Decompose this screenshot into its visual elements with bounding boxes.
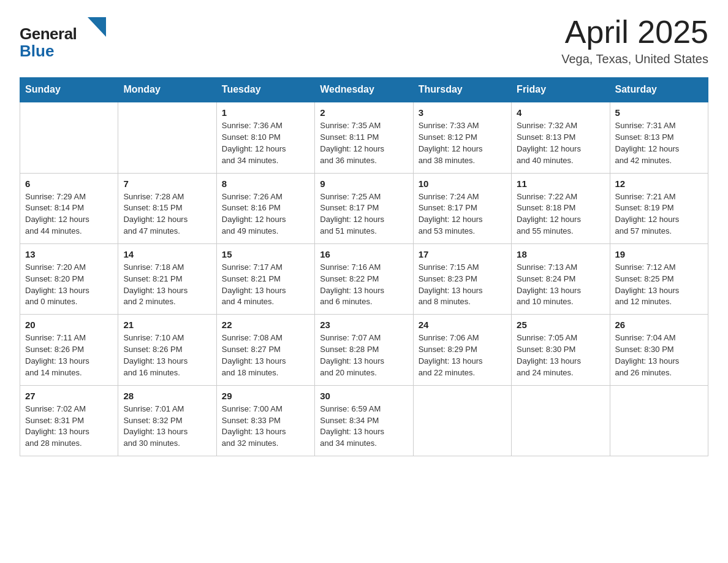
day-number: 21 (123, 320, 211, 330)
day-info: Sunrise: 7:02 AM Sunset: 8:31 PM Dayligh… (25, 404, 113, 450)
calendar-week-row: 1Sunrise: 7:36 AM Sunset: 8:10 PM Daylig… (20, 102, 708, 173)
day-number: 18 (517, 249, 604, 259)
calendar-cell: 9Sunrise: 7:25 AM Sunset: 8:17 PM Daylig… (315, 173, 413, 243)
calendar-cell: 10Sunrise: 7:24 AM Sunset: 8:17 PM Dayli… (413, 173, 511, 243)
day-info: Sunrise: 7:01 AM Sunset: 8:32 PM Dayligh… (123, 404, 211, 450)
calendar-cell: 28Sunrise: 7:01 AM Sunset: 8:32 PM Dayli… (118, 385, 216, 456)
day-number: 27 (25, 391, 113, 401)
weekday-header-thursday: Thursday (413, 78, 511, 102)
calendar-cell: 25Sunrise: 7:05 AM Sunset: 8:30 PM Dayli… (512, 315, 610, 385)
calendar-cell (512, 385, 610, 456)
day-number: 20 (25, 320, 113, 330)
day-info: Sunrise: 7:20 AM Sunset: 8:20 PM Dayligh… (25, 262, 113, 308)
logo-triangle-icon (77, 15, 108, 42)
day-number: 12 (615, 178, 703, 189)
day-info: Sunrise: 7:31 AM Sunset: 8:13 PM Dayligh… (615, 120, 703, 166)
day-number: 15 (222, 249, 309, 259)
day-number: 1 (222, 107, 309, 118)
day-info: Sunrise: 7:17 AM Sunset: 8:21 PM Dayligh… (222, 262, 309, 308)
day-info: Sunrise: 7:25 AM Sunset: 8:17 PM Dayligh… (320, 191, 408, 237)
calendar-cell: 14Sunrise: 7:18 AM Sunset: 8:21 PM Dayli… (118, 243, 216, 314)
calendar-table: SundayMondayTuesdayWednesdayThursdayFrid… (20, 77, 708, 456)
calendar-cell: 7Sunrise: 7:28 AM Sunset: 8:15 PM Daylig… (118, 173, 216, 243)
day-info: Sunrise: 7:06 AM Sunset: 8:29 PM Dayligh… (419, 332, 506, 378)
weekday-header-wednesday: Wednesday (315, 78, 413, 102)
logo-general-text: General (20, 26, 77, 42)
calendar-subtitle: Vega, Texas, United States (561, 52, 708, 66)
day-info: Sunrise: 7:28 AM Sunset: 8:15 PM Dayligh… (123, 191, 211, 237)
day-info: Sunrise: 7:16 AM Sunset: 8:22 PM Dayligh… (320, 262, 408, 308)
day-info: Sunrise: 7:11 AM Sunset: 8:26 PM Dayligh… (25, 332, 113, 378)
day-info: Sunrise: 7:15 AM Sunset: 8:23 PM Dayligh… (419, 262, 506, 308)
calendar-cell: 23Sunrise: 7:07 AM Sunset: 8:28 PM Dayli… (315, 315, 413, 385)
day-number: 30 (320, 391, 408, 401)
calendar-cell: 24Sunrise: 7:06 AM Sunset: 8:29 PM Dayli… (413, 315, 511, 385)
day-number: 23 (320, 320, 408, 330)
logo-blue-text: Blue (20, 42, 54, 60)
weekday-header-tuesday: Tuesday (216, 78, 314, 102)
day-number: 16 (320, 249, 408, 259)
calendar-cell: 29Sunrise: 7:00 AM Sunset: 8:33 PM Dayli… (216, 385, 314, 456)
day-number: 29 (222, 391, 309, 401)
calendar-cell: 22Sunrise: 7:08 AM Sunset: 8:27 PM Dayli… (216, 315, 314, 385)
page-header: General Blue April 2025 Vega, Texas, Uni… (20, 15, 708, 66)
calendar-cell: 18Sunrise: 7:13 AM Sunset: 8:24 PM Dayli… (512, 243, 610, 314)
calendar-cell: 6Sunrise: 7:29 AM Sunset: 8:14 PM Daylig… (20, 173, 118, 243)
day-info: Sunrise: 7:29 AM Sunset: 8:14 PM Dayligh… (25, 191, 113, 237)
calendar-cell: 1Sunrise: 7:36 AM Sunset: 8:10 PM Daylig… (216, 102, 314, 173)
day-number: 26 (615, 320, 703, 330)
calendar-cell: 20Sunrise: 7:11 AM Sunset: 8:26 PM Dayli… (20, 315, 118, 385)
day-info: Sunrise: 7:00 AM Sunset: 8:33 PM Dayligh… (222, 404, 309, 450)
weekday-header-saturday: Saturday (610, 78, 708, 102)
day-number: 13 (25, 249, 113, 259)
day-number: 22 (222, 320, 309, 330)
calendar-week-row: 13Sunrise: 7:20 AM Sunset: 8:20 PM Dayli… (20, 243, 708, 314)
day-number: 24 (419, 320, 506, 330)
day-number: 25 (517, 320, 604, 330)
calendar-week-row: 6Sunrise: 7:29 AM Sunset: 8:14 PM Daylig… (20, 173, 708, 243)
day-info: Sunrise: 7:36 AM Sunset: 8:10 PM Dayligh… (222, 120, 309, 166)
day-info: Sunrise: 7:35 AM Sunset: 8:11 PM Dayligh… (320, 120, 408, 166)
day-info: Sunrise: 7:26 AM Sunset: 8:16 PM Dayligh… (222, 191, 309, 237)
day-info: Sunrise: 7:08 AM Sunset: 8:27 PM Dayligh… (222, 332, 309, 378)
day-number: 2 (320, 107, 408, 118)
calendar-week-row: 20Sunrise: 7:11 AM Sunset: 8:26 PM Dayli… (20, 315, 708, 385)
calendar-cell: 15Sunrise: 7:17 AM Sunset: 8:21 PM Dayli… (216, 243, 314, 314)
calendar-cell (20, 102, 118, 173)
day-info: Sunrise: 7:18 AM Sunset: 8:21 PM Dayligh… (123, 262, 211, 308)
calendar-title-block: April 2025 Vega, Texas, United States (561, 15, 708, 66)
day-info: Sunrise: 6:59 AM Sunset: 8:34 PM Dayligh… (320, 404, 408, 450)
day-info: Sunrise: 7:07 AM Sunset: 8:28 PM Dayligh… (320, 332, 408, 378)
day-number: 14 (123, 249, 211, 259)
calendar-cell: 12Sunrise: 7:21 AM Sunset: 8:19 PM Dayli… (610, 173, 708, 243)
calendar-cell: 26Sunrise: 7:04 AM Sunset: 8:30 PM Dayli… (610, 315, 708, 385)
day-info: Sunrise: 7:13 AM Sunset: 8:24 PM Dayligh… (517, 262, 604, 308)
day-number: 11 (517, 178, 604, 189)
calendar-cell: 27Sunrise: 7:02 AM Sunset: 8:31 PM Dayli… (20, 385, 118, 456)
weekday-header-sunday: Sunday (20, 78, 118, 102)
calendar-cell: 8Sunrise: 7:26 AM Sunset: 8:16 PM Daylig… (216, 173, 314, 243)
day-info: Sunrise: 7:21 AM Sunset: 8:19 PM Dayligh… (615, 191, 703, 237)
day-number: 17 (419, 249, 506, 259)
calendar-week-row: 27Sunrise: 7:02 AM Sunset: 8:31 PM Dayli… (20, 385, 708, 456)
calendar-cell: 21Sunrise: 7:10 AM Sunset: 8:26 PM Dayli… (118, 315, 216, 385)
day-info: Sunrise: 7:33 AM Sunset: 8:12 PM Dayligh… (419, 120, 506, 166)
calendar-title: April 2025 (561, 15, 708, 50)
calendar-cell: 3Sunrise: 7:33 AM Sunset: 8:12 PM Daylig… (413, 102, 511, 173)
calendar-cell: 13Sunrise: 7:20 AM Sunset: 8:20 PM Dayli… (20, 243, 118, 314)
weekday-header-friday: Friday (512, 78, 610, 102)
logo: General Blue (20, 15, 108, 61)
calendar-cell: 30Sunrise: 6:59 AM Sunset: 8:34 PM Dayli… (315, 385, 413, 456)
day-number: 19 (615, 249, 703, 259)
calendar-cell (610, 385, 708, 456)
calendar-cell: 2Sunrise: 7:35 AM Sunset: 8:11 PM Daylig… (315, 102, 413, 173)
calendar-cell: 5Sunrise: 7:31 AM Sunset: 8:13 PM Daylig… (610, 102, 708, 173)
day-number: 3 (419, 107, 506, 118)
day-number: 28 (123, 391, 211, 401)
day-info: Sunrise: 7:24 AM Sunset: 8:17 PM Dayligh… (419, 191, 506, 237)
calendar-cell: 4Sunrise: 7:32 AM Sunset: 8:13 PM Daylig… (512, 102, 610, 173)
day-info: Sunrise: 7:10 AM Sunset: 8:26 PM Dayligh… (123, 332, 211, 378)
calendar-cell: 11Sunrise: 7:22 AM Sunset: 8:18 PM Dayli… (512, 173, 610, 243)
calendar-cell (118, 102, 216, 173)
calendar-cell (413, 385, 511, 456)
